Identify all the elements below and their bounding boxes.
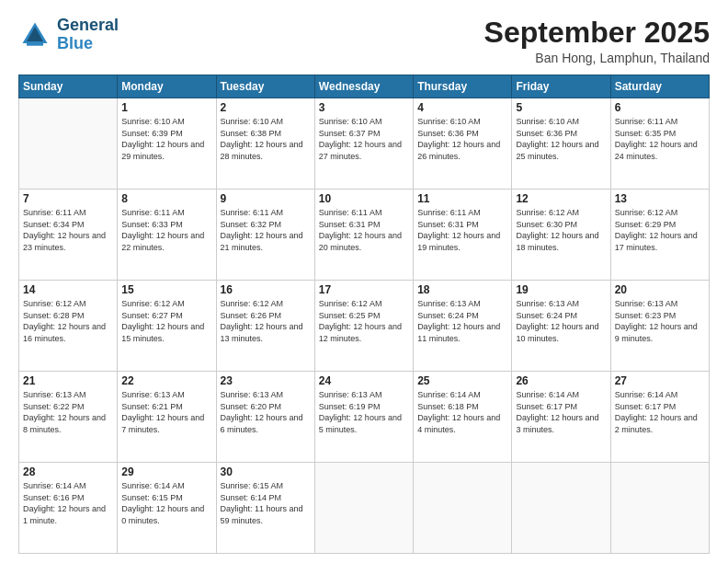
day-info: Sunrise: 6:13 AMSunset: 6:24 PMDaylight:… <box>516 298 606 344</box>
calendar-cell <box>414 463 512 554</box>
calendar-cell: 8Sunrise: 6:11 AMSunset: 6:33 PMDaylight… <box>118 190 216 281</box>
day-number: 20 <box>615 283 705 296</box>
day-info: Sunrise: 6:13 AMSunset: 6:24 PMDaylight:… <box>417 298 507 344</box>
weekday-header: Saturday <box>610 75 709 98</box>
weekday-header: Monday <box>118 75 216 98</box>
day-number: 3 <box>319 101 409 114</box>
day-info: Sunrise: 6:13 AMSunset: 6:22 PMDaylight:… <box>23 389 113 435</box>
calendar-cell: 1Sunrise: 6:10 AMSunset: 6:39 PMDaylight… <box>118 98 216 190</box>
calendar-cell: 6Sunrise: 6:11 AMSunset: 6:35 PMDaylight… <box>610 98 709 190</box>
day-info: Sunrise: 6:11 AMSunset: 6:35 PMDaylight:… <box>615 116 705 162</box>
day-info: Sunrise: 6:11 AMSunset: 6:31 PMDaylight:… <box>319 207 409 253</box>
day-number: 30 <box>221 465 311 478</box>
calendar-cell: 14Sunrise: 6:12 AMSunset: 6:28 PMDayligh… <box>19 281 118 372</box>
calendar-cell: 19Sunrise: 6:13 AMSunset: 6:24 PMDayligh… <box>512 281 610 372</box>
calendar-cell: 30Sunrise: 6:15 AMSunset: 6:14 PMDayligh… <box>216 463 314 554</box>
day-number: 29 <box>121 465 211 478</box>
day-number: 6 <box>615 101 705 114</box>
day-number: 25 <box>417 374 507 387</box>
calendar-table: SundayMondayTuesdayWednesdayThursdayFrid… <box>18 75 710 554</box>
calendar-cell: 21Sunrise: 6:13 AMSunset: 6:22 PMDayligh… <box>19 372 118 463</box>
day-number: 16 <box>221 283 311 296</box>
day-number: 11 <box>417 192 507 205</box>
calendar-cell: 22Sunrise: 6:13 AMSunset: 6:21 PMDayligh… <box>118 372 216 463</box>
calendar-cell: 23Sunrise: 6:13 AMSunset: 6:20 PMDayligh… <box>216 372 314 463</box>
day-number: 22 <box>121 374 211 387</box>
day-info: Sunrise: 6:11 AMSunset: 6:32 PMDaylight:… <box>221 207 311 253</box>
calendar-cell: 27Sunrise: 6:14 AMSunset: 6:17 PMDayligh… <box>610 372 709 463</box>
day-number: 4 <box>417 101 507 114</box>
page: General Blue September 2025 Ban Hong, La… <box>0 0 728 563</box>
day-number: 15 <box>121 283 211 296</box>
calendar-cell <box>314 463 413 554</box>
calendar-cell: 7Sunrise: 6:11 AMSunset: 6:34 PMDaylight… <box>19 190 118 281</box>
day-info: Sunrise: 6:15 AMSunset: 6:14 PMDaylight:… <box>221 480 311 526</box>
week-row: 1Sunrise: 6:10 AMSunset: 6:39 PMDaylight… <box>19 98 710 190</box>
svg-rect-2 <box>27 41 43 46</box>
calendar-cell <box>19 98 118 190</box>
day-number: 1 <box>121 101 211 114</box>
month-title: September 2025 <box>484 17 710 49</box>
day-number: 19 <box>516 283 606 296</box>
day-number: 2 <box>221 101 311 114</box>
calendar-cell: 2Sunrise: 6:10 AMSunset: 6:38 PMDaylight… <box>216 98 314 190</box>
day-number: 8 <box>121 192 211 205</box>
day-info: Sunrise: 6:13 AMSunset: 6:20 PMDaylight:… <box>221 389 311 435</box>
day-number: 27 <box>615 374 705 387</box>
day-number: 24 <box>319 374 409 387</box>
calendar-cell: 12Sunrise: 6:12 AMSunset: 6:30 PMDayligh… <box>512 190 610 281</box>
calendar-cell: 15Sunrise: 6:12 AMSunset: 6:27 PMDayligh… <box>118 281 216 372</box>
weekday-header: Tuesday <box>216 75 314 98</box>
calendar-cell <box>512 463 610 554</box>
header: General Blue September 2025 Ban Hong, La… <box>18 17 710 65</box>
logo-text: General Blue <box>57 17 119 53</box>
day-info: Sunrise: 6:10 AMSunset: 6:37 PMDaylight:… <box>319 116 409 162</box>
day-info: Sunrise: 6:11 AMSunset: 6:31 PMDaylight:… <box>417 207 507 253</box>
calendar-cell: 4Sunrise: 6:10 AMSunset: 6:36 PMDaylight… <box>414 98 512 190</box>
logo: General Blue <box>18 17 119 53</box>
day-info: Sunrise: 6:11 AMSunset: 6:34 PMDaylight:… <box>23 207 113 253</box>
week-row: 14Sunrise: 6:12 AMSunset: 6:28 PMDayligh… <box>19 281 710 372</box>
day-info: Sunrise: 6:13 AMSunset: 6:19 PMDaylight:… <box>319 389 409 435</box>
calendar-cell: 17Sunrise: 6:12 AMSunset: 6:25 PMDayligh… <box>314 281 413 372</box>
calendar-cell: 9Sunrise: 6:11 AMSunset: 6:32 PMDaylight… <box>216 190 314 281</box>
title-block: September 2025 Ban Hong, Lamphun, Thaila… <box>484 17 710 65</box>
calendar-cell: 18Sunrise: 6:13 AMSunset: 6:24 PMDayligh… <box>414 281 512 372</box>
day-number: 5 <box>516 101 606 114</box>
day-number: 9 <box>221 192 311 205</box>
day-info: Sunrise: 6:12 AMSunset: 6:26 PMDaylight:… <box>221 298 311 344</box>
logo-line2: Blue <box>57 35 119 53</box>
calendar-cell: 20Sunrise: 6:13 AMSunset: 6:23 PMDayligh… <box>610 281 709 372</box>
weekday-header: Friday <box>512 75 610 98</box>
day-info: Sunrise: 6:14 AMSunset: 6:17 PMDaylight:… <box>516 389 606 435</box>
day-info: Sunrise: 6:10 AMSunset: 6:36 PMDaylight:… <box>516 116 606 162</box>
day-info: Sunrise: 6:12 AMSunset: 6:27 PMDaylight:… <box>121 298 211 344</box>
logo-icon <box>18 18 51 52</box>
weekday-header-row: SundayMondayTuesdayWednesdayThursdayFrid… <box>19 75 710 98</box>
calendar-cell: 13Sunrise: 6:12 AMSunset: 6:29 PMDayligh… <box>610 190 709 281</box>
calendar-cell: 5Sunrise: 6:10 AMSunset: 6:36 PMDaylight… <box>512 98 610 190</box>
week-row: 28Sunrise: 6:14 AMSunset: 6:16 PMDayligh… <box>19 463 710 554</box>
calendar-cell <box>610 463 709 554</box>
weekday-header: Thursday <box>414 75 512 98</box>
location: Ban Hong, Lamphun, Thailand <box>484 51 710 65</box>
day-info: Sunrise: 6:12 AMSunset: 6:28 PMDaylight:… <box>23 298 113 344</box>
day-info: Sunrise: 6:13 AMSunset: 6:21 PMDaylight:… <box>121 389 211 435</box>
day-number: 12 <box>516 192 606 205</box>
day-number: 7 <box>23 192 113 205</box>
calendar-cell: 16Sunrise: 6:12 AMSunset: 6:26 PMDayligh… <box>216 281 314 372</box>
day-info: Sunrise: 6:12 AMSunset: 6:25 PMDaylight:… <box>319 298 409 344</box>
day-info: Sunrise: 6:10 AMSunset: 6:38 PMDaylight:… <box>221 116 311 162</box>
week-row: 7Sunrise: 6:11 AMSunset: 6:34 PMDaylight… <box>19 190 710 281</box>
calendar-cell: 3Sunrise: 6:10 AMSunset: 6:37 PMDaylight… <box>314 98 413 190</box>
day-number: 26 <box>516 374 606 387</box>
day-info: Sunrise: 6:10 AMSunset: 6:36 PMDaylight:… <box>417 116 507 162</box>
day-info: Sunrise: 6:10 AMSunset: 6:39 PMDaylight:… <box>121 116 211 162</box>
day-info: Sunrise: 6:11 AMSunset: 6:33 PMDaylight:… <box>121 207 211 253</box>
calendar-cell: 26Sunrise: 6:14 AMSunset: 6:17 PMDayligh… <box>512 372 610 463</box>
logo-line1: General <box>57 17 119 35</box>
day-number: 23 <box>221 374 311 387</box>
day-number: 14 <box>23 283 113 296</box>
calendar-cell: 25Sunrise: 6:14 AMSunset: 6:18 PMDayligh… <box>414 372 512 463</box>
weekday-header: Wednesday <box>314 75 413 98</box>
